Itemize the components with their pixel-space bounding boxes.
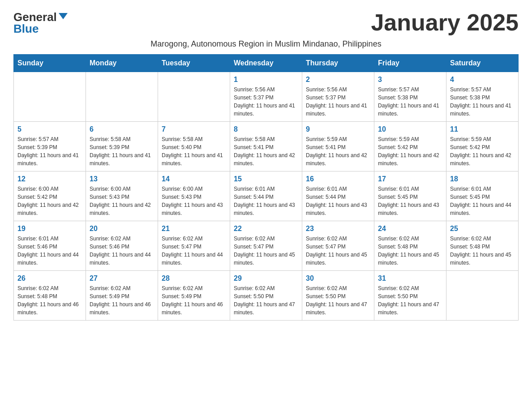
day-info: Sunrise: 5:57 AMSunset: 5:38 PMDaylight:… <box>378 86 442 118</box>
day-of-week-header: Saturday <box>446 55 519 72</box>
calendar-day-cell: 2Sunrise: 5:56 AMSunset: 5:37 PMDaylight… <box>302 72 374 122</box>
day-number: 31 <box>378 274 442 283</box>
day-number: 3 <box>378 76 442 84</box>
calendar-week-row: 5Sunrise: 5:57 AMSunset: 5:39 PMDaylight… <box>14 122 519 171</box>
logo-arrow-icon <box>59 13 68 19</box>
calendar-day-cell: 14Sunrise: 6:00 AMSunset: 5:43 PMDayligh… <box>158 171 230 221</box>
day-of-week-header: Wednesday <box>230 55 302 72</box>
day-number: 24 <box>378 225 442 233</box>
day-number: 13 <box>90 175 154 183</box>
calendar-header-row: SundayMondayTuesdayWednesdayThursdayFrid… <box>14 55 519 72</box>
calendar-day-cell: 16Sunrise: 6:01 AMSunset: 5:44 PMDayligh… <box>302 171 374 221</box>
calendar-day-cell <box>14 72 86 122</box>
calendar-day-cell: 24Sunrise: 6:02 AMSunset: 5:48 PMDayligh… <box>374 221 446 271</box>
day-info: Sunrise: 5:59 AMSunset: 5:41 PMDaylight:… <box>306 135 370 167</box>
day-info: Sunrise: 5:59 AMSunset: 5:42 PMDaylight:… <box>378 135 442 167</box>
day-info: Sunrise: 6:01 AMSunset: 5:44 PMDaylight:… <box>234 185 298 217</box>
day-info: Sunrise: 6:02 AMSunset: 5:47 PMDaylight:… <box>162 235 226 267</box>
day-info: Sunrise: 6:02 AMSunset: 5:48 PMDaylight:… <box>378 235 442 267</box>
day-of-week-header: Thursday <box>302 55 374 72</box>
page-header: General Blue January 2025 <box>13 9 519 36</box>
day-info: Sunrise: 6:00 AMSunset: 5:42 PMDaylight:… <box>17 185 82 217</box>
calendar-day-cell: 3Sunrise: 5:57 AMSunset: 5:38 PMDaylight… <box>374 72 446 122</box>
day-info: Sunrise: 6:02 AMSunset: 5:47 PMDaylight:… <box>234 235 298 267</box>
logo-blue-text: Blue <box>13 23 39 34</box>
day-number: 28 <box>162 274 226 283</box>
day-number: 21 <box>162 225 226 233</box>
day-number: 30 <box>306 274 370 283</box>
day-number: 2 <box>306 76 370 84</box>
day-info: Sunrise: 5:56 AMSunset: 5:37 PMDaylight:… <box>306 86 370 118</box>
day-number: 15 <box>234 175 298 183</box>
day-info: Sunrise: 6:02 AMSunset: 5:50 PMDaylight:… <box>234 284 298 317</box>
calendar-day-cell: 17Sunrise: 6:01 AMSunset: 5:45 PMDayligh… <box>374 171 446 221</box>
day-of-week-header: Monday <box>86 55 158 72</box>
calendar-day-cell: 7Sunrise: 5:58 AMSunset: 5:40 PMDaylight… <box>158 122 230 171</box>
day-number: 16 <box>306 175 370 183</box>
day-number: 6 <box>90 125 154 133</box>
calendar-day-cell: 11Sunrise: 5:59 AMSunset: 5:42 PMDayligh… <box>446 122 519 171</box>
day-number: 8 <box>234 125 298 133</box>
day-number: 27 <box>90 274 154 283</box>
day-info: Sunrise: 6:01 AMSunset: 5:46 PMDaylight:… <box>17 235 82 267</box>
calendar-week-row: 19Sunrise: 6:01 AMSunset: 5:46 PMDayligh… <box>14 221 519 271</box>
day-number: 26 <box>17 274 82 283</box>
calendar-day-cell: 12Sunrise: 6:00 AMSunset: 5:42 PMDayligh… <box>14 171 86 221</box>
day-number: 11 <box>450 125 515 133</box>
logo-general-text: General <box>13 11 57 23</box>
day-info: Sunrise: 5:57 AMSunset: 5:38 PMDaylight:… <box>450 86 515 118</box>
calendar-day-cell: 25Sunrise: 6:02 AMSunset: 5:48 PMDayligh… <box>446 221 519 271</box>
day-info: Sunrise: 5:58 AMSunset: 5:41 PMDaylight:… <box>234 135 298 167</box>
calendar-day-cell <box>446 271 519 321</box>
calendar-day-cell: 6Sunrise: 5:58 AMSunset: 5:39 PMDaylight… <box>86 122 158 171</box>
day-number: 17 <box>378 175 442 183</box>
day-info: Sunrise: 5:57 AMSunset: 5:39 PMDaylight:… <box>17 135 82 167</box>
day-number: 10 <box>378 125 442 133</box>
day-info: Sunrise: 6:02 AMSunset: 5:47 PMDaylight:… <box>306 235 370 267</box>
calendar-week-row: 1Sunrise: 5:56 AMSunset: 5:37 PMDaylight… <box>14 72 519 122</box>
day-number: 22 <box>234 225 298 233</box>
day-info: Sunrise: 5:58 AMSunset: 5:39 PMDaylight:… <box>90 135 154 167</box>
day-number: 29 <box>234 274 298 283</box>
day-number: 20 <box>90 225 154 233</box>
day-info: Sunrise: 6:02 AMSunset: 5:46 PMDaylight:… <box>90 235 154 267</box>
calendar-day-cell: 15Sunrise: 6:01 AMSunset: 5:44 PMDayligh… <box>230 171 302 221</box>
calendar-day-cell <box>158 72 230 122</box>
subtitle: Marogong, Autonomous Region in Muslim Mi… <box>13 39 519 49</box>
day-info: Sunrise: 5:58 AMSunset: 5:40 PMDaylight:… <box>162 135 226 167</box>
day-info: Sunrise: 6:02 AMSunset: 5:50 PMDaylight:… <box>306 284 370 317</box>
day-number: 19 <box>17 225 82 233</box>
day-of-week-header: Friday <box>374 55 446 72</box>
calendar-day-cell: 29Sunrise: 6:02 AMSunset: 5:50 PMDayligh… <box>230 271 302 321</box>
day-info: Sunrise: 5:56 AMSunset: 5:37 PMDaylight:… <box>234 86 298 118</box>
calendar-day-cell: 27Sunrise: 6:02 AMSunset: 5:49 PMDayligh… <box>86 271 158 321</box>
calendar-day-cell: 30Sunrise: 6:02 AMSunset: 5:50 PMDayligh… <box>302 271 374 321</box>
day-of-week-header: Sunday <box>14 55 86 72</box>
calendar-day-cell: 20Sunrise: 6:02 AMSunset: 5:46 PMDayligh… <box>86 221 158 271</box>
day-of-week-header: Tuesday <box>158 55 230 72</box>
calendar-day-cell: 9Sunrise: 5:59 AMSunset: 5:41 PMDaylight… <box>302 122 374 171</box>
day-info: Sunrise: 6:01 AMSunset: 5:44 PMDaylight:… <box>306 185 370 217</box>
day-info: Sunrise: 6:02 AMSunset: 5:50 PMDaylight:… <box>378 284 442 317</box>
day-number: 23 <box>306 225 370 233</box>
day-info: Sunrise: 6:02 AMSunset: 5:49 PMDaylight:… <box>162 284 226 317</box>
calendar-day-cell: 5Sunrise: 5:57 AMSunset: 5:39 PMDaylight… <box>14 122 86 171</box>
day-info: Sunrise: 6:02 AMSunset: 5:48 PMDaylight:… <box>450 235 515 267</box>
calendar-week-row: 12Sunrise: 6:00 AMSunset: 5:42 PMDayligh… <box>14 171 519 221</box>
calendar-day-cell: 28Sunrise: 6:02 AMSunset: 5:49 PMDayligh… <box>158 271 230 321</box>
day-info: Sunrise: 5:59 AMSunset: 5:42 PMDaylight:… <box>450 135 515 167</box>
day-info: Sunrise: 6:02 AMSunset: 5:48 PMDaylight:… <box>17 284 82 317</box>
calendar-day-cell: 23Sunrise: 6:02 AMSunset: 5:47 PMDayligh… <box>302 221 374 271</box>
day-number: 14 <box>162 175 226 183</box>
day-info: Sunrise: 6:01 AMSunset: 5:45 PMDaylight:… <box>378 185 442 217</box>
day-number: 12 <box>17 175 82 183</box>
calendar-day-cell: 26Sunrise: 6:02 AMSunset: 5:48 PMDayligh… <box>14 271 86 321</box>
calendar-day-cell: 22Sunrise: 6:02 AMSunset: 5:47 PMDayligh… <box>230 221 302 271</box>
day-info: Sunrise: 6:02 AMSunset: 5:49 PMDaylight:… <box>90 284 154 317</box>
day-info: Sunrise: 6:00 AMSunset: 5:43 PMDaylight:… <box>162 185 226 217</box>
day-number: 9 <box>306 125 370 133</box>
calendar-day-cell: 31Sunrise: 6:02 AMSunset: 5:50 PMDayligh… <box>374 271 446 321</box>
calendar-day-cell: 13Sunrise: 6:00 AMSunset: 5:43 PMDayligh… <box>86 171 158 221</box>
calendar-day-cell: 18Sunrise: 6:01 AMSunset: 5:45 PMDayligh… <box>446 171 519 221</box>
day-number: 1 <box>234 76 298 84</box>
